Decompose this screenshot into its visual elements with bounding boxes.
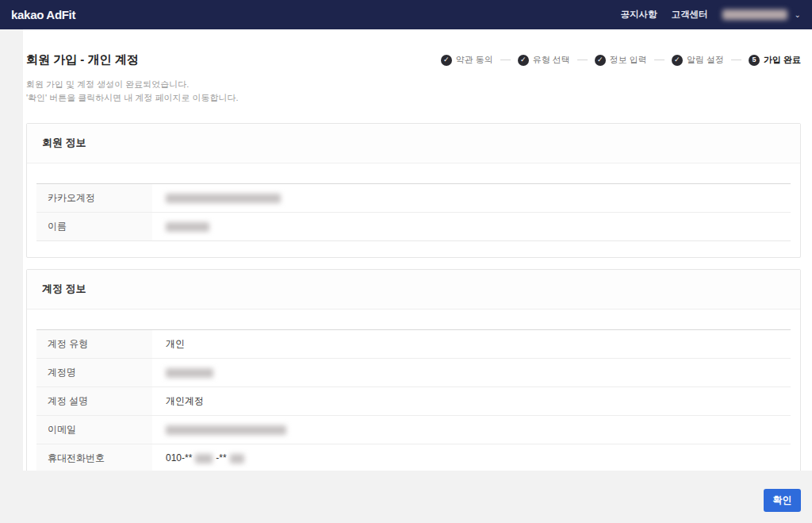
redacted-value [230,454,244,463]
value-text: 개인계정 [166,396,204,406]
step-label: 가입 완료 [764,54,801,66]
table-row: 계정 설명 개인계정 [36,386,791,415]
chevron-down-icon: ⌄ [795,11,801,19]
member-info-card: 회원 정보 카카오계정 이름 [26,123,801,258]
redacted-value [166,222,209,232]
step-label: 알림 설정 [687,54,724,66]
row-value: 개인 [152,330,791,358]
table-row: 이름 [36,212,791,240]
account-name-redacted [722,10,787,20]
app-logo[interactable]: kakao AdFit [11,8,75,21]
step-item: ✓ 약관 동의 [441,54,493,66]
card-title: 계정 정보 [27,270,800,310]
step-check-icon: ✓ [595,55,606,66]
page-subtitle: 회원 가입 및 계정 생성이 완료되었습니다. '확인' 버튼을 클릭하시면 내… [26,78,801,105]
step-item: ✓ 유형 선택 [518,54,570,66]
account-info-card: 계정 정보 계정 유형 개인 계정명 계정 설명 개인계정 이메일 휴대전화번호… [26,269,801,490]
signup-progress-steps: ✓ 약관 동의 ✓ 유형 선택 ✓ 정보 입력 ✓ 알림 설정 5 가입 완료 [441,54,801,66]
row-value [152,359,791,386]
row-value [152,416,791,444]
row-value: 개인계정 [152,387,791,415]
step-label: 약관 동의 [456,54,493,66]
step-item: ✓ 알림 설정 [672,54,724,66]
step-separator [500,60,511,60]
step-separator [654,60,665,60]
info-cards: 회원 정보 카카오계정 이름 계정 정보 계정 유형 개인 계정명 계정 설명 … [26,123,801,490]
step-check-icon: ✓ [518,55,529,66]
row-label: 계정 유형 [36,330,152,358]
step-separator [577,60,588,60]
info-table: 계정 유형 개인 계정명 계정 설명 개인계정 이메일 휴대전화번호 010-*… [36,329,791,473]
footer-bar: 확인 [0,471,812,523]
page-header: 회원 가입 - 개인 계정 ✓ 약관 동의 ✓ 유형 선택 ✓ 정보 입력 ✓ … [26,52,801,67]
redacted-value [166,425,286,435]
value-text: -** [216,453,226,463]
row-label: 계정 설명 [36,387,152,415]
account-menu[interactable]: ⌄ [722,10,801,20]
confirm-button[interactable]: 확인 [764,489,801,512]
step-separator [731,60,741,60]
row-label: 이메일 [36,416,152,444]
redacted-value [166,194,281,203]
navbar-right-group: 공지사항 고객센터 ⌄ [621,9,801,21]
row-label: 이름 [36,213,152,240]
table-row: 계정명 [36,358,791,386]
step-number-badge: 5 [749,55,760,66]
step-item: ✓ 정보 입력 [595,54,647,66]
row-value: 010-**-** [152,444,791,472]
step-check-icon: ✓ [672,55,683,66]
row-value [152,184,791,212]
card-title: 회원 정보 [27,124,800,163]
top-navbar: kakao AdFit 공지사항 고객센터 ⌄ [0,0,812,29]
row-label: 계정명 [36,359,152,386]
main-content: 회원 가입 - 개인 계정 ✓ 약관 동의 ✓ 유형 선택 ✓ 정보 입력 ✓ … [23,29,812,471]
page-subtitle-line1: 회원 가입 및 계정 생성이 완료되었습니다. [26,78,801,91]
page-subtitle-line2: '확인' 버튼을 클릭하시면 내 계정 페이지로 이동합니다. [26,91,801,105]
nav-link-customer-center[interactable]: 고객센터 [672,9,708,21]
page-title: 회원 가입 - 개인 계정 [26,52,139,67]
redacted-value [195,454,213,463]
table-row: 계정 유형 개인 [36,330,791,358]
step-label: 유형 선택 [533,54,570,66]
value-text: 개인 [166,339,185,349]
step-check-icon: ✓ [441,55,452,66]
redacted-value [166,368,213,378]
step-label: 정보 입력 [610,54,647,66]
row-label: 휴대전화번호 [36,444,152,472]
nav-link-notices[interactable]: 공지사항 [621,9,657,21]
info-table: 카카오계정 이름 [36,183,791,241]
table-row: 카카오계정 [36,184,791,212]
table-row: 휴대전화번호 010-**-** [36,444,791,472]
step-item: 5 가입 완료 [749,54,801,66]
table-row: 이메일 [36,415,791,444]
row-label: 카카오계정 [36,184,152,212]
row-value [152,213,791,240]
value-text: 010-** [166,453,192,463]
